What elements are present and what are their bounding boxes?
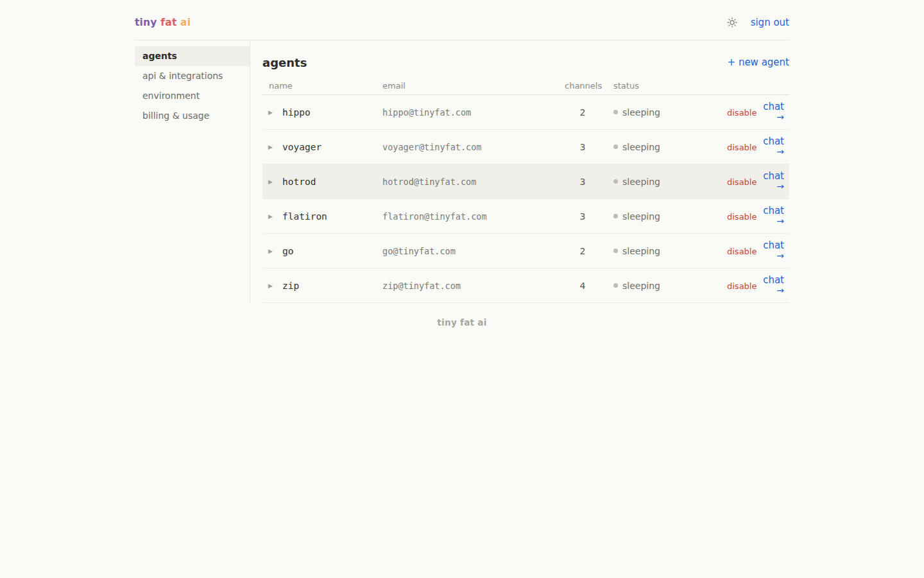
agent-table-row: ▶ voyager voyager@tinyfat.com 3 sleeping…	[262, 130, 789, 164]
chat-link-label: chat	[763, 136, 784, 147]
channels-count: 3	[565, 142, 601, 152]
sidebar-item-environment[interactable]: environment	[135, 86, 250, 106]
agent-name: go	[282, 246, 293, 256]
channels-count: 3	[565, 177, 601, 187]
sidebar-item-label: environment	[142, 91, 200, 101]
agent-email: voyager@tinyfat.com	[382, 142, 565, 152]
logo-word-tiny: tiny	[135, 17, 157, 28]
agent-email: go@tinyfat.com	[382, 246, 565, 256]
status-text: sleeping	[622, 246, 660, 256]
arrow-right-icon: →	[763, 146, 784, 157]
disable-link[interactable]: disable	[727, 212, 757, 222]
sidebar-item-label: api & integrations	[142, 71, 223, 81]
agent-name: zip	[282, 281, 299, 291]
chat-link-label: chat	[763, 240, 784, 251]
chat-link[interactable]: chat→	[763, 206, 784, 226]
chat-link[interactable]: chat→	[763, 240, 784, 261]
agents-table-body: ▶ hippo hippo@tinyfat.com 2 sleeping dis…	[262, 95, 789, 303]
chat-link[interactable]: chat→	[763, 136, 784, 157]
expand-triangle-icon[interactable]: ▶	[262, 283, 282, 289]
expand-triangle-icon[interactable]: ▶	[262, 109, 282, 116]
top-bar-actions: sign out	[727, 17, 789, 28]
agent-table-row: ▶ hotrod hotrod@tinyfat.com 3 sleeping d…	[262, 164, 789, 199]
chat-link-label: chat	[763, 274, 784, 286]
agent-name-cell: ▶ go	[262, 246, 382, 256]
footer-brand: tiny fat ai	[135, 317, 789, 328]
new-agent-button[interactable]: + new agent	[728, 57, 789, 68]
sidebar-item-api-integrations[interactable]: api & integrations	[135, 66, 250, 86]
status-text: sleeping	[622, 142, 660, 152]
expand-triangle-icon[interactable]: ▶	[262, 213, 282, 220]
arrow-right-icon: →	[763, 250, 784, 261]
theme-toggle-button[interactable]	[727, 17, 737, 28]
column-header-email: email	[382, 81, 565, 91]
status-dot-icon	[613, 283, 618, 288]
agent-name: hippo	[282, 107, 311, 118]
disable-link[interactable]: disable	[727, 281, 757, 291]
top-bar: tiny fat ai	[135, 0, 789, 40]
expand-triangle-icon[interactable]: ▶	[262, 179, 282, 185]
status-dot-icon	[613, 144, 618, 149]
sidebar-item-label: agents	[142, 51, 177, 61]
expand-triangle-icon[interactable]: ▶	[262, 248, 282, 254]
agent-table-row: ▶ hippo hippo@tinyfat.com 2 sleeping dis…	[262, 95, 789, 130]
app-logo: tiny fat ai	[135, 17, 191, 28]
agent-table-row: ▶ flatiron flatiron@tinyfat.com 3 sleepi…	[262, 199, 789, 234]
status-dot-icon	[613, 249, 618, 253]
chat-link[interactable]: chat→	[763, 101, 784, 122]
agent-name-cell: ▶ hippo	[262, 107, 382, 118]
sidebar-item-label: billing & usage	[142, 110, 209, 121]
chat-link-label: chat	[763, 170, 784, 182]
status-text: sleeping	[622, 177, 660, 187]
chat-link-label: chat	[763, 101, 784, 112]
column-header-name: name	[262, 81, 382, 91]
sidebar-item-billing-usage[interactable]: billing & usage	[135, 106, 250, 126]
status-dot-icon	[613, 214, 618, 218]
main-content: agents + new agent name email channels s…	[250, 40, 789, 303]
column-header-channels: channels	[565, 81, 601, 91]
channels-count: 3	[565, 211, 601, 222]
chat-link[interactable]: chat→	[763, 275, 784, 295]
chat-link-label: chat	[763, 205, 784, 216]
status-dot-icon	[613, 179, 618, 184]
status-text: sleeping	[622, 211, 660, 222]
agent-table-row: ▶ go go@tinyfat.com 2 sleeping disable c…	[262, 234, 789, 268]
channels-count: 2	[565, 107, 601, 118]
column-header-status: status	[601, 81, 727, 91]
disable-link[interactable]: disable	[727, 108, 757, 118]
logo-word-fat: fat	[160, 17, 176, 28]
agent-name: hotrod	[282, 177, 316, 187]
disable-link[interactable]: disable	[727, 247, 757, 256]
app-container: tiny fat ai	[135, 0, 789, 328]
agent-name: flatiron	[282, 211, 327, 222]
chat-link[interactable]: chat→	[763, 171, 784, 191]
expand-triangle-icon[interactable]: ▶	[262, 144, 282, 150]
status-text: sleeping	[622, 281, 660, 291]
agent-name: voyager	[282, 142, 321, 152]
logo-word-ai: ai	[180, 17, 191, 28]
agent-name-cell: ▶ flatiron	[262, 211, 382, 222]
agent-email: hotrod@tinyfat.com	[382, 177, 565, 187]
status-cell: sleeping	[601, 142, 727, 152]
arrow-right-icon: →	[763, 216, 784, 226]
content-panel: agents api & integrations environment bi…	[135, 40, 789, 303]
agent-name-cell: ▶ voyager	[262, 142, 382, 152]
agent-name-cell: ▶ zip	[262, 281, 382, 291]
arrow-right-icon: →	[763, 285, 784, 295]
disable-link[interactable]: disable	[727, 177, 757, 187]
agent-name-cell: ▶ hotrod	[262, 177, 382, 187]
arrow-right-icon: →	[763, 181, 784, 191]
status-cell: sleeping	[601, 246, 727, 256]
arrow-right-icon: →	[763, 112, 784, 122]
channels-count: 2	[565, 246, 601, 256]
agent-email: hippo@tinyfat.com	[382, 107, 565, 118]
status-cell: sleeping	[601, 177, 727, 187]
status-cell: sleeping	[601, 107, 727, 118]
sun-icon	[727, 17, 737, 28]
sign-out-link[interactable]: sign out	[751, 17, 789, 28]
sidebar-item-agents[interactable]: agents	[135, 46, 250, 66]
status-text: sleeping	[622, 107, 660, 118]
table-header-row: name email channels status	[262, 77, 789, 95]
disable-link[interactable]: disable	[727, 143, 757, 152]
status-cell: sleeping	[601, 211, 727, 222]
